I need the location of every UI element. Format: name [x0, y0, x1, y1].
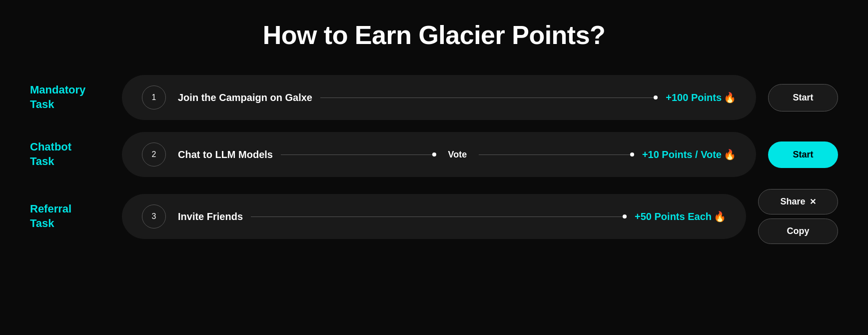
- chatbot-start-button[interactable]: Start: [768, 142, 838, 168]
- mandatory-task-actions: Start: [768, 84, 838, 112]
- x-icon: ✕: [810, 197, 816, 206]
- chatbot-task-actions: Start: [768, 142, 838, 168]
- copy-label: Copy: [787, 226, 810, 236]
- referral-task-points: +50 Points Each🔥: [635, 210, 726, 222]
- chatbot-task-content: Chat to LLM Models Vote +10 Points / Vot…: [178, 148, 736, 160]
- task-number-2: 2: [142, 142, 166, 166]
- share-label: Share: [780, 196, 805, 207]
- mandatory-task-label: MandatoryTask: [30, 83, 110, 112]
- referral-share-button[interactable]: Share ✕: [758, 189, 838, 214]
- chatbot-task-name: Chat to LLM Models: [178, 149, 273, 160]
- referral-task-card: 3 Invite Friends +50 Points Each🔥: [122, 194, 746, 239]
- referral-task-name: Invite Friends: [178, 211, 243, 222]
- mandatory-task-row: MandatoryTask 1 Join the Campaign on Gal…: [30, 75, 838, 120]
- referral-arrow-line: [251, 214, 627, 218]
- chatbot-task-row: ChatbotTask 2 Chat to LLM Models Vote +1…: [30, 132, 838, 177]
- mandatory-task-points: +100 Points🔥: [666, 92, 736, 104]
- referral-task-label: ReferralTask: [30, 202, 110, 230]
- page-title: How to Earn Glacier Points?: [263, 20, 606, 50]
- tasks-container: MandatoryTask 1 Join the Campaign on Gal…: [30, 75, 838, 244]
- referral-task-actions: Share ✕ Copy: [758, 189, 838, 244]
- referral-task-content: Invite Friends +50 Points Each🔥: [178, 210, 726, 222]
- mandatory-task-card: 1 Join the Campaign on Galxe +100 Points…: [122, 75, 756, 120]
- mandatory-task-content: Join the Campaign on Galxe +100 Points🔥: [178, 92, 736, 104]
- mandatory-task-name: Join the Campaign on Galxe: [178, 92, 312, 104]
- chatbot-middle-label: Vote: [448, 150, 467, 160]
- mandatory-start-button[interactable]: Start: [768, 84, 838, 112]
- chatbot-arrow-line-2: [479, 152, 634, 156]
- chatbot-arrow-line-1: [281, 152, 436, 156]
- task-number-1: 1: [142, 86, 166, 110]
- referral-copy-button[interactable]: Copy: [758, 218, 838, 244]
- chatbot-task-points: +10 Points / Vote🔥: [642, 148, 736, 160]
- referral-task-row: ReferralTask 3 Invite Friends +50 Points…: [30, 189, 838, 244]
- chatbot-task-label: ChatbotTask: [30, 140, 110, 168]
- mandatory-arrow-line: [320, 96, 658, 100]
- task-number-3: 3: [142, 204, 166, 228]
- chatbot-task-card: 2 Chat to LLM Models Vote +10 Points / V…: [122, 132, 756, 177]
